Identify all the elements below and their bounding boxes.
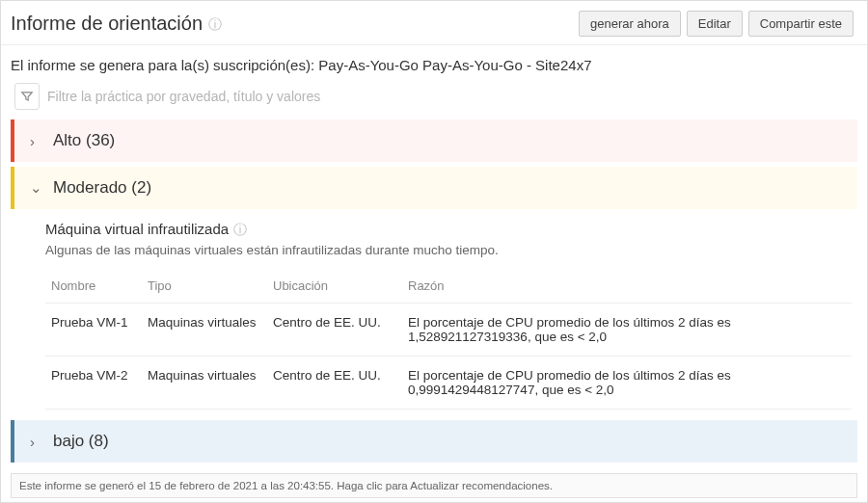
info-icon[interactable]: ⓘ [233, 223, 247, 236]
cell-type: Maquinas virtuales [142, 304, 267, 357]
group-header-high[interactable]: › Alto (36) [11, 119, 857, 162]
col-type: Tipo [142, 271, 267, 304]
table-row: Prueba VM-2 Maquinas virtuales Centro de… [45, 357, 852, 410]
cell-reason: El porcentaje de CPU promedio de los últ… [402, 304, 852, 357]
col-location: Ubicación [267, 271, 402, 304]
generate-now-button[interactable]: generar ahora [579, 11, 681, 37]
cell-reason: El porcentaje de CPU promedio de los últ… [402, 357, 852, 410]
group-label: Moderado (2) [53, 178, 151, 198]
cell-type: Maquinas virtuales [142, 357, 267, 410]
footer-note[interactable]: Este informe se generó el 15 de febrero … [11, 473, 857, 498]
share-button[interactable]: Compartir este [748, 11, 854, 37]
recommendation-title: Máquina virtual infrautilizada ⓘ [41, 217, 857, 241]
filter-bar [1, 83, 867, 119]
cell-name: Prueba VM-2 [45, 357, 142, 410]
filter-input[interactable] [47, 85, 855, 108]
severity-group-high: › Alto (36) [11, 119, 857, 163]
page-header: Informe de orientación ⓘ generar ahora E… [1, 1, 867, 45]
table-row: Prueba VM-1 Maquinas virtuales Centro de… [45, 304, 852, 357]
cell-name: Prueba VM-1 [45, 304, 142, 357]
col-name: Nombre [45, 271, 142, 304]
cell-location: Centro de EE. UU. [267, 357, 402, 410]
chevron-right-icon: › [30, 133, 43, 149]
subscription-line: El informe se genera para la(s) suscripc… [1, 45, 867, 83]
severity-group-moderate: ⌄ Moderado (2) Máquina virtual infrautil… [11, 167, 857, 416]
cell-location: Centro de EE. UU. [267, 304, 402, 357]
group-label: bajo (8) [53, 432, 109, 451]
recommendation-desc: Algunas de las máquinas virtuales están … [41, 241, 857, 271]
chevron-right-icon: › [30, 434, 43, 450]
edit-button[interactable]: Editar [687, 11, 743, 37]
severity-group-low: › bajo (8) [11, 420, 857, 463]
group-header-low[interactable]: › bajo (8) [11, 420, 857, 463]
group-label: Alto (36) [53, 131, 115, 150]
vm-table: Nombre Tipo Ubicación Razón Prueba VM-1 … [45, 271, 852, 410]
chevron-down-icon: ⌄ [30, 179, 43, 197]
group-body-moderate: Máquina virtual infrautilizada ⓘ Algunas… [11, 209, 857, 415]
info-icon[interactable]: ⓘ [208, 17, 222, 31]
filter-icon[interactable] [14, 83, 40, 110]
page-title: Informe de orientación [11, 13, 203, 35]
group-header-moderate[interactable]: ⌄ Moderado (2) [11, 167, 857, 209]
col-reason: Razón [402, 271, 852, 304]
header-buttons: generar ahora Editar Compartir este [579, 11, 854, 37]
